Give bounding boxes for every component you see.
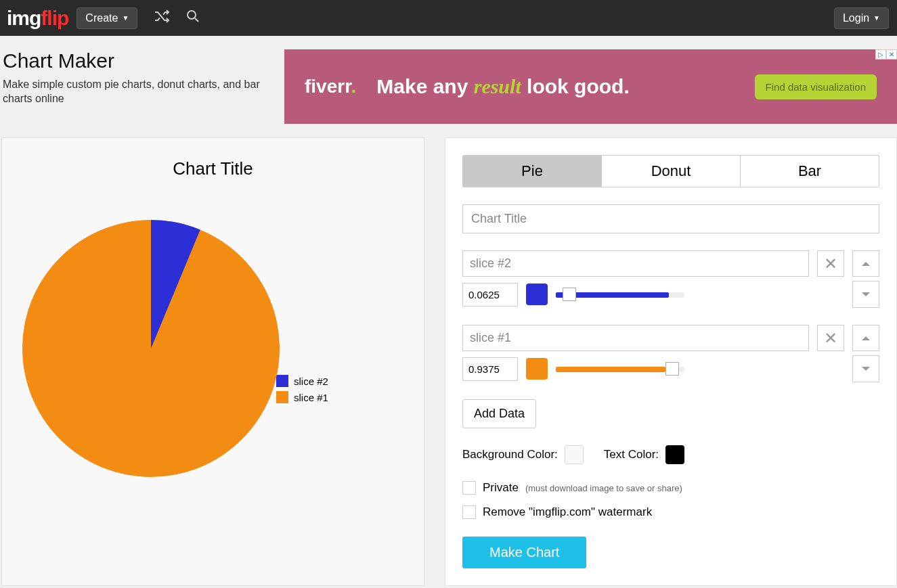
header-left: Chart Maker Make simple custom pie chart… (0, 49, 271, 106)
private-row: Private (must download image to save or … (462, 481, 879, 495)
watermark-label: Remove "imgflip.com" watermark (483, 505, 652, 519)
data-entry: ✕ (462, 325, 879, 382)
main-row: Chart Title slice #2 slice #1 Pie Donut … (0, 137, 897, 588)
bg-color-swatch[interactable] (565, 445, 584, 464)
move-down-button[interactable] (852, 281, 879, 308)
ad-corner: ▷ ✕ (875, 49, 897, 60)
chart-legend: slice #2 slice #1 (276, 375, 328, 407)
move-up-button[interactable] (852, 325, 879, 351)
pie-chart (22, 220, 280, 477)
private-checkbox[interactable] (462, 481, 476, 495)
data-entry: ✕ (462, 250, 879, 308)
slice-color-swatch[interactable] (526, 358, 548, 380)
logo-img: img (7, 7, 41, 29)
tab-bar[interactable]: Bar (740, 156, 879, 187)
create-button[interactable]: Create ▼ (76, 7, 137, 29)
slice-name-input[interactable] (462, 325, 809, 351)
private-note: (must download image to save or share) (525, 483, 682, 493)
make-chart-button[interactable]: Make Chart (462, 537, 586, 568)
page-title: Chart Maker (3, 49, 271, 72)
svg-point-0 (188, 11, 196, 19)
remove-slice-button[interactable]: ✕ (817, 325, 844, 351)
create-label: Create (85, 12, 118, 24)
ad-brand: fiverr. (305, 76, 356, 97)
legend-label: slice #2 (294, 376, 328, 387)
move-down-button[interactable] (852, 355, 879, 382)
text-color-swatch[interactable] (665, 445, 684, 464)
move-up-button[interactable] (852, 250, 879, 277)
top-nav: imgflip Create ▼ Login ▼ (0, 0, 897, 36)
search-icon[interactable] (186, 9, 200, 26)
logo-flip: flip (41, 7, 68, 29)
legend-label: slice #1 (294, 392, 328, 403)
ad-text: Make any result look good. (376, 75, 734, 98)
slice-value-input[interactable] (462, 357, 518, 381)
ad-close-icon[interactable]: ✕ (886, 49, 897, 60)
logo[interactable]: imgflip (7, 7, 68, 30)
slice-value-input[interactable] (462, 283, 518, 307)
slice-name-input[interactable] (462, 250, 809, 277)
shuffle-icon[interactable] (154, 9, 170, 26)
ad-info-icon[interactable]: ▷ (875, 49, 886, 60)
slice-slider[interactable] (556, 287, 684, 302)
chart-preview: Chart Title slice #2 slice #1 (1, 137, 424, 586)
caret-down-icon: ▼ (873, 14, 880, 22)
private-label: Private (483, 481, 519, 495)
slice-color-swatch[interactable] (526, 284, 548, 305)
login-button[interactable]: Login ▼ (834, 7, 889, 29)
header-row: Chart Maker Make simple custom pie chart… (0, 36, 897, 137)
legend-item: slice #1 (276, 391, 328, 403)
ad-banner[interactable]: ▷ ✕ fiverr. Make any result look good. F… (284, 49, 897, 124)
add-data-button[interactable]: Add Data (462, 399, 536, 428)
chart-type-tabs: Pie Donut Bar (462, 155, 879, 187)
ad-cta-button[interactable]: Find data visualization (755, 74, 877, 99)
watermark-row: Remove "imgflip.com" watermark (462, 505, 879, 519)
bg-color-label: Background Color: (462, 448, 558, 461)
remove-slice-button[interactable]: ✕ (817, 250, 844, 277)
chart-title: Chart Title (9, 158, 417, 179)
text-color-label: Text Color: (604, 448, 659, 461)
tab-pie[interactable]: Pie (463, 156, 601, 187)
login-label: Login (843, 12, 869, 24)
page-description: Make simple custom pie charts, donut cha… (3, 78, 271, 106)
legend-item: slice #2 (276, 375, 328, 387)
caret-down-icon: ▼ (122, 14, 129, 22)
tab-donut[interactable]: Donut (601, 156, 740, 187)
color-settings-row: Background Color: Text Color: (462, 445, 879, 464)
watermark-checkbox[interactable] (462, 505, 476, 519)
controls-panel: Pie Donut Bar ✕ (445, 137, 897, 586)
chart-title-input[interactable] (462, 204, 879, 233)
slice-slider[interactable] (556, 361, 684, 376)
